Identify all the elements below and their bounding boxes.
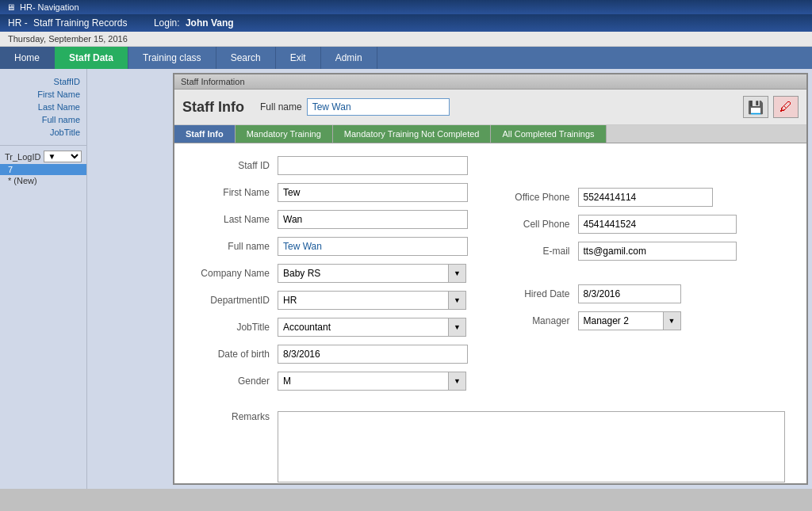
sidebar-jobtitle[interactable]: JobTitle xyxy=(0,126,86,139)
staff-modal: Staff Information Staff Info Full name 💾… xyxy=(173,73,808,485)
cellphone-input[interactable] xyxy=(578,215,737,234)
company-label: Company Name xyxy=(190,268,278,279)
save-button[interactable]: 💾 xyxy=(743,96,768,118)
department-label: DepartmentID xyxy=(190,295,278,306)
sidebar-fullname[interactable]: Full name xyxy=(0,113,86,126)
lastname-label: Last Name xyxy=(190,214,278,225)
tr-log-select[interactable]: ▼ xyxy=(44,151,82,162)
manager-input[interactable] xyxy=(578,311,664,330)
nav-home[interactable]: Home xyxy=(0,47,55,69)
form-columns: Staff ID First Name Last Name Fu xyxy=(190,156,791,399)
tab-completed[interactable]: All Completed Trainings xyxy=(491,125,606,143)
cellphone-row: Cell Phone xyxy=(507,215,791,234)
department-row: DepartmentID ▼ xyxy=(190,291,475,310)
manager-select-wrapper: ▼ xyxy=(578,311,681,330)
sidebar-tr-header: Tr_LogID ▼ xyxy=(0,149,86,164)
hireddate-row: Hired Date xyxy=(507,284,791,303)
gender-label: Gender xyxy=(190,376,278,387)
modal-actions: 💾 🖊 xyxy=(743,96,799,118)
remarks-textarea[interactable] xyxy=(278,411,785,482)
sidebar-firstname[interactable]: First Name xyxy=(0,88,86,101)
gender-row: Gender ▼ xyxy=(190,372,475,391)
tab-mandatory[interactable]: Mandatory Training xyxy=(236,125,333,143)
modal-header: Staff Info Full name 💾 🖊 xyxy=(174,90,806,125)
tab-mandatory-not[interactable]: Mandatory Training Not Completed xyxy=(333,125,492,143)
firstname-input[interactable] xyxy=(278,183,468,202)
title-text: HR- Navigation xyxy=(20,2,79,12)
nav-search[interactable]: Search xyxy=(216,47,276,69)
sidebar-list-new[interactable]: * (New) xyxy=(0,175,86,186)
firstname-label: First Name xyxy=(190,187,278,198)
login-label: Login: xyxy=(154,17,180,29)
staffid-label: Staff ID xyxy=(190,160,278,171)
modal-title-bar: Staff Information xyxy=(174,74,806,90)
fullname-header-input[interactable] xyxy=(307,98,450,116)
date-text: Thursday, September 15, 2016 xyxy=(8,34,128,44)
nav-trainingclass[interactable]: Training class xyxy=(128,47,216,69)
remarks-label: Remarks xyxy=(190,411,278,422)
nav-staffdata[interactable]: Staff Data xyxy=(55,47,128,69)
company-input[interactable] xyxy=(278,264,449,283)
form-right-col: Office Phone Cell Phone E-mail H xyxy=(507,156,791,399)
officephone-input[interactable] xyxy=(578,188,713,207)
department-input[interactable] xyxy=(278,291,449,310)
modal-staff-info-title: Staff Info xyxy=(182,99,244,116)
manager-dropdown-btn[interactable]: ▼ xyxy=(664,311,681,330)
gender-dropdown-btn[interactable]: ▼ xyxy=(449,372,466,391)
email-row: E-mail xyxy=(507,242,791,261)
sidebar-list-7[interactable]: 7 xyxy=(0,164,86,175)
tab-staffinfo[interactable]: Staff Info xyxy=(174,125,236,143)
sidebar-staffid[interactable]: StaffID xyxy=(0,75,86,88)
remarks-row: Remarks xyxy=(190,411,791,482)
company-select-wrapper: ▼ xyxy=(278,264,466,283)
jobtitle-label: JobTitle xyxy=(190,322,278,333)
manager-label: Manager xyxy=(507,315,578,326)
company-row: Company Name ▼ xyxy=(190,264,475,283)
form-left-col: Staff ID First Name Last Name Fu xyxy=(190,156,475,399)
company-dropdown-btn[interactable]: ▼ xyxy=(449,264,466,283)
staffid-row: Staff ID xyxy=(190,156,475,175)
dob-label: Date of birth xyxy=(190,349,278,360)
content-wrapper: Staff Information Staff Info Full name 💾… xyxy=(87,69,812,489)
jobtitle-select-wrapper: ▼ xyxy=(278,318,466,337)
modal-title-text: Staff Information xyxy=(181,77,245,86)
edit-button[interactable]: 🖊 xyxy=(773,96,799,118)
gender-input[interactable] xyxy=(278,372,449,391)
app-label: HR - xyxy=(8,17,28,29)
jobtitle-row: JobTitle ▼ xyxy=(190,318,475,337)
module-label: Staff Training Records xyxy=(33,17,128,29)
tr-log-label: Tr_LogID xyxy=(5,152,40,162)
login-user: John Vang xyxy=(186,17,234,29)
sidebar-divider xyxy=(0,145,86,146)
lastname-row: Last Name xyxy=(190,210,475,229)
nav-bar: Home Staff Data Training class Search Ex… xyxy=(0,47,812,69)
jobtitle-input[interactable] xyxy=(278,318,449,337)
info-bar: HR - Staff Training Records Login: John … xyxy=(0,14,812,32)
fullname-label: Full name xyxy=(190,241,278,252)
lastname-input[interactable] xyxy=(278,210,468,229)
sidebar-lastname[interactable]: Last Name xyxy=(0,101,86,113)
sidebar: StaffID First Name Last Name Full name J… xyxy=(0,69,87,489)
officephone-row: Office Phone xyxy=(507,188,791,207)
dob-input[interactable] xyxy=(278,345,468,364)
gender-select-wrapper: ▼ xyxy=(278,372,466,391)
date-bar: Thursday, September 15, 2016 xyxy=(0,32,812,47)
app-icon: 🖥 xyxy=(6,2,15,12)
staffid-input[interactable] xyxy=(278,156,468,175)
fullname-input[interactable] xyxy=(278,237,468,256)
nav-exit[interactable]: Exit xyxy=(276,47,321,69)
manager-row: Manager ▼ xyxy=(507,311,791,330)
nav-admin[interactable]: Admin xyxy=(321,47,377,69)
officephone-label: Office Phone xyxy=(507,192,578,203)
modal-body: Staff ID First Name Last Name Fu xyxy=(174,143,806,483)
jobtitle-dropdown-btn[interactable]: ▼ xyxy=(449,318,466,337)
cellphone-label: Cell Phone xyxy=(507,219,578,230)
hireddate-input[interactable] xyxy=(578,284,681,303)
email-input[interactable] xyxy=(578,242,737,261)
modal-tabs: Staff Info Mandatory Training Mandatory … xyxy=(174,125,806,143)
title-bar: 🖥 HR- Navigation xyxy=(0,0,812,14)
dob-row: Date of birth xyxy=(190,345,475,364)
department-dropdown-btn[interactable]: ▼ xyxy=(449,291,466,310)
hireddate-label: Hired Date xyxy=(507,288,578,299)
fullname-header-label: Full name xyxy=(260,101,302,112)
